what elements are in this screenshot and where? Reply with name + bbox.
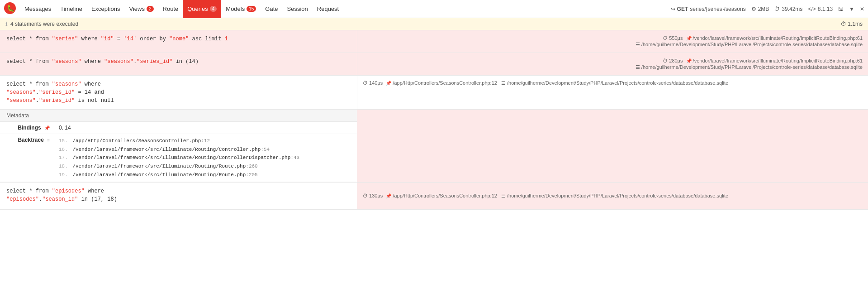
backtrace-line-5: 19. /vendor/laravel/framework/src/Illumi… (59, 171, 352, 179)
code-icon: </> (808, 6, 816, 12)
query-4-info: ⏱ 130μs 📌 /app/Http/Controllers/SeasonsC… (357, 183, 868, 209)
query-1-time: ⏱ 550μs 📌 /vendor/laravel/framework/src/… (663, 35, 863, 41)
backtrace-content: 15. /app/Http/Controllers/SeasonsControl… (54, 134, 357, 182)
nav-item-route[interactable]: Route (158, 0, 183, 18)
metadata-table: Bindings 📌 0. 14 Backtrace ≡ 15. /app/Ht… (0, 122, 357, 182)
nav-memory: ⚙ 2MB (751, 6, 769, 12)
memory-icon: ⚙ (751, 6, 756, 12)
top-navigation: 🐛 Messages Timeline Exceptions Views 2 R… (0, 0, 868, 18)
views-badge: 2 (147, 6, 154, 12)
floppy-icon: 🖫 (838, 6, 844, 12)
status-left: ℹ 4 statements were executed (5, 21, 78, 27)
arrow-icon: ↪ (671, 6, 675, 12)
backtrace-row: Backtrace ≡ 15. /app/Http/Controllers/Se… (0, 134, 357, 182)
nav-item-timeline[interactable]: Timeline (56, 0, 87, 18)
query-2-sql: select * from "seasons" where "seasons".… (0, 53, 357, 75)
query-row-2: select * from "seasons" where "seasons".… (0, 53, 868, 76)
queries-badge: 4 (210, 6, 217, 12)
query-2-time: ⏱ 280μs 📌 /vendor/laravel/framework/src/… (663, 58, 863, 63)
nav-item-views[interactable]: Views 2 (125, 0, 158, 18)
clock-icon: ⏱ (774, 6, 780, 12)
nav-dropdown[interactable]: ▼ (849, 6, 854, 12)
query-3-sql: select * from "seasons" where "seasons".… (0, 76, 357, 109)
status-total-time: 1.1ms (848, 21, 863, 27)
bindings-value: 0. 14 (54, 122, 357, 134)
metadata-right-panel (357, 110, 868, 182)
nav-item-exceptions[interactable]: Exceptions (87, 0, 125, 18)
pin-icon-4[interactable]: 📌 (386, 193, 391, 198)
nav-item-session[interactable]: Session (283, 0, 313, 18)
nav-item-gate[interactable]: Gate (261, 0, 282, 18)
nav-item-request[interactable]: Request (313, 0, 343, 18)
bindings-row: Bindings 📌 0. 14 (0, 122, 357, 134)
logo: 🐛 (4, 2, 16, 16)
backtrace-line-3: 17. /vendor/laravel/framework/src/Illumi… (59, 154, 352, 162)
metadata-left-panel: Metadata Bindings 📌 0. 14 Backtrace ≡ 15… (0, 110, 357, 182)
nav-item-queries[interactable]: Queries 4 (183, 0, 221, 18)
backtrace-line-2: 16. /vendor/laravel/framework/src/Illumi… (59, 145, 352, 154)
query-2-info: ⏱ 280μs 📌 /vendor/laravel/framework/src/… (357, 53, 868, 75)
query-row-4: select * from "episodes" where "episodes… (0, 183, 868, 210)
nav-version: </> 8.1.13 (808, 6, 833, 12)
query-3-time: ⏱ 140μs 📌 /app/Http/Controllers/SeasonsC… (363, 80, 728, 86)
backtrace-line-4: 18. /vendor/laravel/framework/src/Illumi… (59, 162, 352, 171)
info-icon: ℹ (5, 21, 8, 27)
nav-item-messages[interactable]: Messages (20, 0, 56, 18)
status-clock-icon: ⏱ (841, 21, 846, 27)
query-1-db: ☰ /home/guilherme/Development/Study/PHP/… (636, 42, 863, 48)
close-icon: ✕ (860, 6, 864, 12)
chevron-down-icon: ▼ (849, 6, 854, 12)
status-text: 4 statements were executed (10, 21, 78, 27)
nav-close[interactable]: ✕ (860, 6, 864, 12)
metadata-header: Metadata (0, 110, 357, 122)
models-badge: 15 (247, 6, 256, 12)
query-row-1: select * from "series" where "id" = '14'… (0, 30, 868, 53)
pin-icon-3[interactable]: 📌 (386, 81, 391, 86)
pin-icon-2[interactable]: 📌 (686, 58, 692, 63)
metadata-section: Metadata Bindings 📌 0. 14 Backtrace ≡ 15… (0, 110, 868, 183)
nav-time: ⏱ 39.42ms (774, 6, 802, 12)
status-bar: ℹ 4 statements were executed ⏱ 1.1ms (0, 18, 868, 30)
query-4-sql: select * from "episodes" where "episodes… (0, 183, 357, 209)
route-path: series/{series}/seasons (690, 6, 745, 12)
query-4-time: ⏱ 130μs 📌 /app/Http/Controllers/SeasonsC… (363, 193, 728, 199)
bindings-label: Bindings 📌 (0, 122, 54, 134)
backtrace-label: Backtrace ≡ (0, 134, 54, 182)
query-2-db: ☰ /home/guilherme/Development/Study/PHP/… (636, 64, 863, 70)
http-method: GET (677, 6, 688, 12)
status-right: ⏱ 1.1ms (841, 21, 863, 27)
query-3-info: ⏱ 140μs 📌 /app/Http/Controllers/SeasonsC… (357, 76, 868, 90)
pin-icon-1[interactable]: 📌 (686, 36, 692, 41)
query-1-info: ⏱ 550μs 📌 /vendor/laravel/framework/src/… (357, 30, 868, 53)
nav-item-models[interactable]: Models 15 (221, 0, 261, 18)
nav-save-icon[interactable]: 🖫 (838, 6, 844, 12)
svg-text:🐛: 🐛 (7, 5, 15, 12)
backtrace-list-icon[interactable]: ≡ (47, 138, 50, 143)
bindings-pin-icon[interactable]: 📌 (44, 125, 50, 130)
query-1-sql: select * from "series" where "id" = '14'… (0, 30, 357, 53)
nav-route-info: ↪ GET series/{series}/seasons (671, 6, 746, 12)
nav-right-info: ↪ GET series/{series}/seasons ⚙ 2MB ⏱ 39… (671, 6, 864, 12)
query-row-3: select * from "seasons" where "seasons".… (0, 76, 868, 110)
backtrace-line-1: 15. /app/Http/Controllers/SeasonsControl… (59, 137, 352, 145)
